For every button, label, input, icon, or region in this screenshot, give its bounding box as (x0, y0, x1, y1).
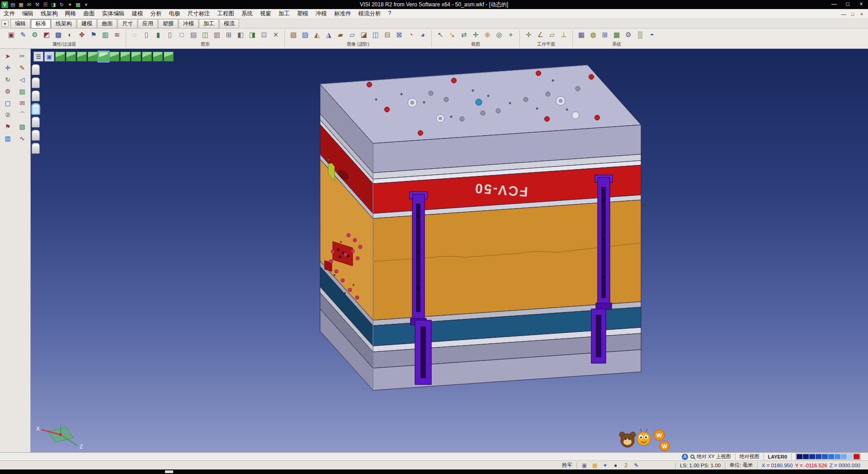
absolute-view-label[interactable]: 绝对视图 (740, 453, 760, 460)
status-icon[interactable]: 2 (623, 462, 629, 469)
magnifier-icon[interactable] (690, 455, 694, 459)
menu-item[interactable]: 网格 (61, 9, 80, 19)
ribbon-tab[interactable]: 应用 (138, 19, 158, 28)
toolbar-icon[interactable]: ▒ (635, 30, 645, 40)
sidebar-tool-icon[interactable]: ② (2, 110, 13, 120)
close-button[interactable]: × (854, 0, 868, 9)
toolbar-icon[interactable]: ⚑ (89, 30, 99, 40)
active-layer-label[interactable]: LAYER0 (768, 454, 787, 460)
cylinder-filter-icon[interactable] (32, 64, 40, 75)
menu-item[interactable]: 编辑 (19, 9, 37, 19)
status-icon[interactable]: ● (612, 462, 619, 469)
sidebar-tool-icon[interactable]: ▧ (17, 122, 28, 132)
view-cube-icon[interactable] (77, 52, 87, 62)
toolbar-icon[interactable]: ▱ (547, 30, 557, 40)
layer-color-swatch[interactable] (835, 454, 840, 459)
quick-access-icon[interactable]: ⚒ (34, 1, 41, 8)
menu-item[interactable]: 电极 (165, 9, 184, 19)
toolbar-icon[interactable]: ✥ (77, 30, 87, 40)
menu-item[interactable]: 建模 (128, 9, 147, 19)
toolbar-icon[interactable]: ⚙ (30, 30, 40, 40)
cylinder-filter-icon[interactable] (32, 117, 40, 128)
layer-color-swatch[interactable] (841, 454, 847, 459)
menu-item[interactable]: 模流分析 (355, 9, 385, 19)
toolbar-icon[interactable]: ◎ (494, 30, 504, 40)
ribbon-tab[interactable]: 建模 (77, 19, 97, 28)
menu-item[interactable]: 塑模 (293, 9, 312, 19)
toolbar-icon[interactable]: □ (177, 30, 187, 40)
status-icon[interactable]: ▣ (581, 462, 588, 469)
quick-access-icon[interactable]: ◨ (50, 1, 57, 8)
layer-color-swatch[interactable] (828, 454, 834, 459)
toolbar-icon[interactable]: ▣ (6, 30, 16, 40)
cylinder-filter-icon[interactable] (32, 130, 40, 141)
toolbar-icon[interactable]: ▩ (53, 30, 63, 40)
toolbar-icon[interactable]: ⚙ (623, 30, 633, 40)
ribbon-tab[interactable]: 线架构 (51, 19, 76, 28)
view-cube-icon-active[interactable] (99, 52, 108, 62)
sidebar-tool-icon[interactable]: ➤ (2, 51, 13, 61)
status-icon[interactable]: ✎ (633, 462, 640, 469)
sidebar-tool-icon[interactable]: ✉ (17, 98, 28, 108)
tab-dropdown-caret-icon[interactable]: ▾ (1, 20, 9, 27)
ribbon-tab[interactable]: 曲面 (97, 19, 117, 28)
toolbar-icon[interactable]: ✛ (471, 30, 481, 40)
cylinder-filter-icon[interactable] (32, 77, 40, 88)
toolbar-options-caret-icon[interactable]: ▾ (83, 1, 90, 8)
view-cube-icon[interactable] (55, 52, 65, 62)
menu-item[interactable]: 分析 (147, 9, 165, 19)
sidebar-tool-icon[interactable]: ▤ (17, 86, 28, 96)
sidebar-tool-icon[interactable]: ▥ (2, 133, 13, 143)
ribbon-tab[interactable]: 编辑 (10, 19, 30, 28)
toolbar-icon[interactable]: ◮ (324, 30, 334, 40)
toolbar-icon[interactable]: ≋ (112, 30, 122, 40)
view-cube-icon[interactable] (88, 52, 98, 62)
toolbar-icon[interactable]: ▦ (576, 30, 586, 40)
sidebar-tool-icon[interactable]: ⚑ (2, 122, 13, 132)
toolbar-icon[interactable]: ▯ (142, 30, 151, 40)
toolbar-icon[interactable]: ✛ (524, 30, 533, 40)
view-cube-icon[interactable] (153, 52, 163, 62)
menu-item[interactable]: 文件 (0, 9, 19, 19)
menu-item[interactable]: 曲面 (80, 9, 99, 19)
canvas-menu-icon[interactable]: ☰ (33, 52, 43, 62)
ribbon-tab[interactable]: 标准 (31, 19, 51, 28)
sidebar-tool-icon[interactable]: ∿ (17, 133, 28, 143)
screen-view-icon[interactable]: ▣ (44, 52, 54, 62)
toolbar-icon[interactable]: ◪ (359, 30, 369, 40)
layer-color-swatch[interactable] (809, 454, 815, 459)
status-icon[interactable]: ▦ (591, 462, 598, 469)
toolbar-icon[interactable]: ▩ (612, 30, 622, 40)
menu-item[interactable]: 工程图 (214, 9, 238, 19)
menu-item[interactable]: 冲模 (312, 9, 330, 19)
mdi-restore-button[interactable]: □ (848, 11, 857, 17)
layer-color-swatch[interactable] (822, 454, 828, 459)
toolbar-icon[interactable]: ✎ (18, 30, 28, 40)
ribbon-tab[interactable]: 模流 (219, 19, 239, 28)
menu-item[interactable]: 视窗 (256, 9, 275, 19)
menu-item[interactable]: 实体编辑 (99, 9, 128, 19)
layer-color-swatch[interactable] (847, 454, 853, 459)
quick-access-icon[interactable]: ▦ (18, 1, 24, 8)
quick-access-icon[interactable]: ✦ (66, 1, 73, 8)
toolbar-icon[interactable]: ✕ (271, 30, 281, 40)
menu-item[interactable]: 系统 (238, 9, 256, 19)
toolbar-icon[interactable]: ∠ (535, 30, 545, 40)
toolbar-icon[interactable]: ▥ (212, 30, 222, 40)
ribbon-tab[interactable]: 尺寸 (118, 19, 137, 28)
toolbar-icon[interactable]: ▱ (347, 30, 357, 40)
toolbar-icon[interactable]: ◩ (42, 30, 52, 40)
color-palette-strip[interactable] (796, 453, 860, 460)
toolbar-icon[interactable]: ◭ (312, 30, 322, 40)
toolbar-icon[interactable]: ↘ (447, 30, 457, 40)
cylinder-filter-icon[interactable] (32, 90, 40, 101)
view-cube-icon[interactable] (120, 52, 130, 62)
minimize-button[interactable]: — (827, 0, 841, 9)
menu-item[interactable]: 标准件 (330, 9, 355, 19)
ribbon-tab[interactable]: 塑膜 (158, 19, 178, 28)
viewport-canvas[interactable]: FCV-50 ☰ (31, 49, 868, 452)
toolbar-icon[interactable]: ⊞ (224, 30, 234, 40)
ribbon-tab[interactable]: 冲模 (179, 19, 198, 28)
toolbar-icon[interactable]: ◫ (200, 30, 210, 40)
toolbar-icon[interactable]: ▯ (165, 30, 175, 40)
